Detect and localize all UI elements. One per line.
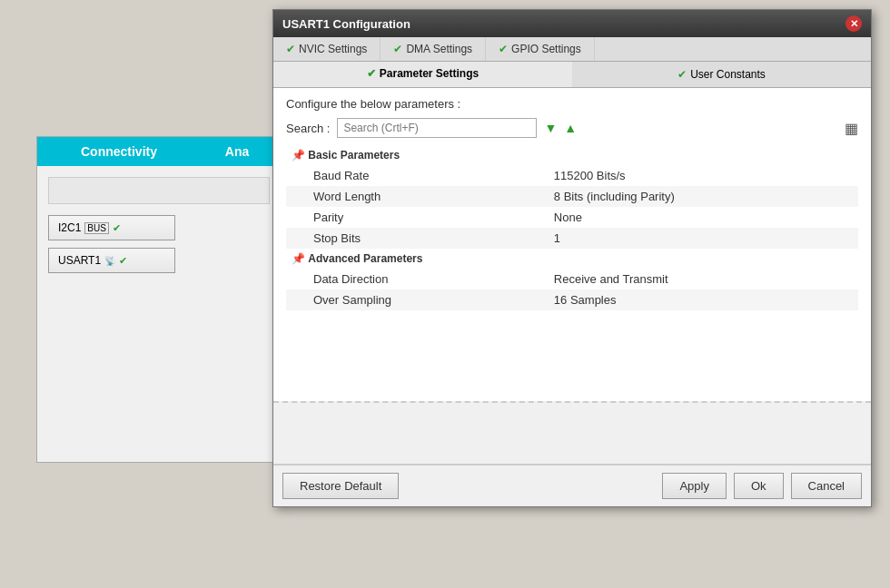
tab-gpio-settings[interactable]: ✔ GPIO Settings (486, 37, 595, 61)
connectivity-tab[interactable]: Connectivity (37, 137, 201, 166)
param-baud-rate: Baud Rate 115200 Bits/s (286, 165, 858, 186)
data-direction-value[interactable]: Receive and Transmit (527, 269, 858, 289)
left-panel: Connectivity Ana I2C1 BUS ✔ USART1 📡 ✔ (36, 136, 282, 463)
baud-rate-value[interactable]: 115200 Bits/s (527, 165, 858, 186)
user-tab-label: User Constants (690, 68, 766, 81)
device-list: I2C1 BUS ✔ USART1 📡 ✔ (37, 166, 281, 284)
i2c1-bus-icon: BUS (84, 222, 109, 234)
i2c1-button[interactable]: I2C1 BUS ✔ (48, 215, 175, 240)
tab-nvic-settings[interactable]: ✔ NVIC Settings (273, 37, 381, 61)
usart1-icon: 📡 (104, 256, 115, 266)
param-tab-label: Parameter Settings (380, 67, 479, 80)
dialog-tabs-row2: ✔ Parameter Settings ✔ User Constants (273, 62, 871, 88)
usart1-button[interactable]: USART1 📡 ✔ (48, 248, 175, 273)
param-parity: Parity None (286, 207, 858, 228)
gpio-tab-label: GPIO Settings (511, 43, 581, 55)
grid-icon[interactable]: ▦ (845, 120, 858, 137)
dialog-footer: Restore Default Apply Ok Cancel (273, 465, 871, 506)
param-data-direction: Data Direction Receive and Transmit (286, 269, 858, 289)
search-label: Search : (286, 122, 330, 135)
param-word-length: Word Length 8 Bits (including Parity) (286, 186, 858, 207)
ana-tab[interactable]: Ana (201, 137, 273, 166)
dma-check-icon: ✔ (393, 43, 402, 55)
nvic-tab-label: NVIC Settings (299, 43, 367, 55)
search-input[interactable] (337, 118, 537, 138)
empty-row-1 (286, 310, 858, 338)
word-length-value[interactable]: 8 Bits (including Parity) (527, 186, 858, 207)
dialog-titlebar: USART1 Configuration ✕ (273, 10, 871, 37)
basic-section-title: Basic Parameters (308, 149, 400, 162)
search-row: Search : ▼ ▲ ▦ (286, 118, 858, 138)
arrow-down-icon[interactable]: ▼ (544, 121, 557, 135)
param-stop-bits: Stop Bits 1 (286, 228, 858, 249)
empty-row-3 (286, 365, 858, 392)
panel-strip-1 (48, 177, 270, 204)
i2c1-check-icon: ✔ (113, 222, 121, 234)
stop-bits-name: Stop Bits (286, 228, 527, 249)
gpio-check-icon: ✔ (499, 43, 508, 55)
baud-rate-name: Baud Rate (286, 165, 527, 186)
advanced-section-title: Advanced Parameters (308, 252, 422, 265)
tab-user-constants[interactable]: ✔ User Constants (572, 62, 871, 87)
advanced-params-header: 📌 Advanced Parameters (286, 249, 858, 269)
cancel-button[interactable]: Cancel (791, 473, 862, 499)
dialog-lower-area (273, 401, 871, 465)
tab-parameter-settings[interactable]: ✔ Parameter Settings (273, 62, 572, 87)
over-sampling-value[interactable]: 16 Samples (527, 289, 858, 310)
nvic-check-icon: ✔ (286, 43, 295, 55)
dialog-tabs-row1: ✔ NVIC Settings ✔ DMA Settings ✔ GPIO Se… (273, 37, 871, 62)
left-tabs: Connectivity Ana (37, 137, 281, 166)
param-check-icon: ✔ (367, 67, 376, 80)
usart1-dialog: USART1 Configuration ✕ ✔ NVIC Settings ✔… (272, 9, 872, 507)
parity-value[interactable]: None (527, 207, 858, 228)
basic-params-header: 📌 Basic Parameters (286, 145, 858, 165)
basic-pin-icon: 📌 (292, 149, 305, 162)
word-length-name: Word Length (286, 186, 527, 207)
empty-row-2 (286, 338, 858, 365)
over-sampling-name: Over Sampling (286, 289, 527, 310)
parity-name: Parity (286, 207, 527, 228)
close-button[interactable]: ✕ (846, 15, 862, 32)
apply-button[interactable]: Apply (662, 473, 727, 499)
configure-label: Configure the below parameters : (286, 97, 858, 111)
i2c1-label: I2C1 (58, 221, 81, 234)
stop-bits-value[interactable]: 1 (527, 228, 858, 249)
dialog-content: Configure the below parameters : Search … (273, 88, 871, 401)
params-table: 📌 Basic Parameters Baud Rate 115200 Bits… (286, 145, 858, 392)
usart1-label: USART1 (58, 254, 101, 267)
tab-dma-settings[interactable]: ✔ DMA Settings (381, 37, 486, 61)
param-over-sampling: Over Sampling 16 Samples (286, 289, 858, 310)
usart1-check-icon: ✔ (119, 255, 127, 267)
dma-tab-label: DMA Settings (406, 43, 472, 55)
dialog-title: USART1 Configuration (282, 17, 410, 31)
arrow-up-icon[interactable]: ▲ (564, 121, 577, 135)
ok-button[interactable]: Ok (734, 473, 784, 499)
restore-default-button[interactable]: Restore Default (282, 473, 399, 499)
advanced-pin-icon: 📌 (292, 252, 305, 265)
data-direction-name: Data Direction (286, 269, 527, 289)
user-check-icon: ✔ (677, 68, 687, 81)
